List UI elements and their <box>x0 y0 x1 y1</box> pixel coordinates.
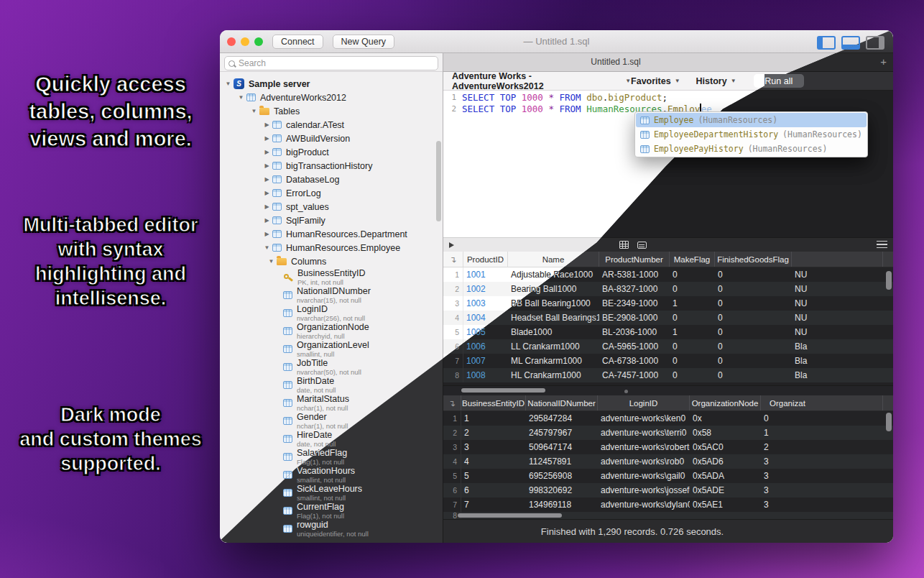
table-cell[interactable]: BE-2349-1000 <box>599 298 670 308</box>
toggle-sidebar-icon[interactable] <box>817 36 836 50</box>
tree-column-item[interactable]: ModifiedDate <box>220 538 443 543</box>
table-cell[interactable]: adventure-works\rob0 <box>598 457 690 467</box>
table-row[interactable]: 77134969118adventure-works\dylan00x5AE13 <box>443 497 893 512</box>
history-dropdown[interactable]: History <box>696 76 727 86</box>
tree-column-item[interactable]: NationalIDNumbernvarchar(15), not null <box>220 286 443 304</box>
column-header[interactable]: OrganizationNode <box>690 395 761 410</box>
table-cell[interactable]: 245797967 <box>526 428 598 438</box>
table-row[interactable]: 66998320692adventure-works\jossef00x5ADE… <box>443 483 893 497</box>
table-cell[interactable]: adventure-works\terri0 <box>598 428 690 438</box>
table-cell[interactable]: 1006 <box>463 341 508 352</box>
table-cell[interactable]: 1 <box>461 413 526 423</box>
tree-item[interactable]: ▼HumanResources.Employee <box>220 241 443 254</box>
table-cell[interactable]: 5 <box>461 471 526 481</box>
zoom-window-button[interactable] <box>254 37 263 46</box>
tree-item[interactable]: ▶AWBuildVersion <box>220 132 443 145</box>
table-cell[interactable]: BA-8327-1000 <box>599 284 670 294</box>
collapse-icon[interactable]: ▼ <box>250 108 258 114</box>
table-cell[interactable]: CA-5965-1000 <box>599 341 670 352</box>
table-row[interactable]: 11295847284adventure-works\ken00x0 <box>443 411 893 426</box>
table-cell[interactable]: 0 <box>715 341 792 352</box>
table-cell[interactable]: NU <box>792 327 883 337</box>
tree-column-item[interactable]: JobTitlenvarchar(50), not null <box>220 358 443 376</box>
tree-item[interactable]: ▶ErrorLog <box>220 186 443 200</box>
tree-column-item[interactable]: OrganizationLevelsmallint, null <box>220 340 443 358</box>
autocomplete-item[interactable]: Employee(HumanResources) <box>636 113 867 127</box>
tree-item[interactable]: ▼Columns <box>220 254 443 268</box>
column-header[interactable]: FinishedGoodsFlag <box>715 252 792 267</box>
table-cell[interactable]: 0x5ADA <box>690 471 761 481</box>
expand-icon[interactable]: ▶ <box>263 203 271 210</box>
table-cell[interactable]: NU <box>792 284 883 294</box>
add-tab-button[interactable]: + <box>880 55 887 68</box>
table-cell[interactable]: adventure-works\jossef0 <box>598 485 690 495</box>
table-cell[interactable]: CA-6738-1000 <box>599 356 670 366</box>
messages-view-icon[interactable] <box>637 242 647 249</box>
tree-item[interactable]: ▶calendar.ATest <box>220 118 443 132</box>
table-cell[interactable]: BL-2036-1000 <box>599 327 670 337</box>
connection-dropdown[interactable]: Adventure Works - AdventureWorks2012 <box>452 71 622 91</box>
table-cell[interactable]: 509647174 <box>526 442 598 452</box>
collapse-icon[interactable]: ▼ <box>224 81 232 87</box>
minimize-window-button[interactable] <box>241 37 249 46</box>
table-cell[interactable]: 0 <box>670 313 715 323</box>
table-cell[interactable]: Bla <box>792 370 883 380</box>
table-cell[interactable]: adventure-works\dylan0 <box>598 500 690 510</box>
tree-item[interactable]: ▼Tables <box>220 104 443 118</box>
table-cell[interactable]: 0 <box>715 298 792 308</box>
tree-column-item[interactable]: OrganizationNodehierarchyid, null <box>220 322 443 340</box>
expand-icon[interactable]: ▶ <box>263 149 271 155</box>
tree-item[interactable]: ▶bigProduct <box>220 145 443 159</box>
expand-icon[interactable]: ▶ <box>263 231 271 237</box>
table-cell[interactable]: 1001 <box>463 270 508 280</box>
table-cell[interactable]: 0 <box>670 356 715 366</box>
expand-icon[interactable]: ▶ <box>263 176 271 183</box>
table-cell[interactable]: 3 <box>761 457 883 467</box>
table-cell[interactable]: Bla <box>792 356 883 366</box>
table-cell[interactable]: 3 <box>761 485 883 495</box>
table-cell[interactable]: 1007 <box>463 356 508 366</box>
column-header[interactable]: LoginID <box>598 395 690 410</box>
table-row[interactable]: 51005Blade1000BL-2036-100010NU <box>443 325 893 339</box>
table-cell[interactable]: 0 <box>761 413 883 423</box>
table-cell[interactable]: 0 <box>670 270 715 280</box>
expand-icon[interactable]: ▶ <box>263 190 271 196</box>
table-cell[interactable]: BE-2908-1000 <box>599 313 670 323</box>
table-cell[interactable]: 2 <box>761 442 883 452</box>
table-row[interactable]: 41004Headset Ball Bearings1000BE-2908-10… <box>443 311 893 325</box>
table-cell[interactable]: 695256908 <box>526 471 598 481</box>
tree-item[interactable]: ▼SSample server <box>220 77 443 91</box>
table-cell[interactable]: 2 <box>461 428 526 438</box>
table-cell[interactable]: adventure-works\ken0 <box>598 413 690 423</box>
tree-item[interactable]: ▶DatabaseLog <box>220 173 443 186</box>
table-cell[interactable]: 0 <box>670 370 715 380</box>
column-header[interactable]: ProductID <box>463 252 508 267</box>
table-cell[interactable]: 0 <box>715 327 792 337</box>
table-cell[interactable]: 0 <box>715 284 792 294</box>
table-cell[interactable]: Blade1000 <box>508 327 599 337</box>
search-input[interactable]: Search <box>224 56 438 70</box>
table-cell[interactable]: 1 <box>670 298 715 308</box>
expand-icon[interactable]: ▶ <box>263 121 271 128</box>
table-row[interactable]: 55695256908adventure-works\gail00x5ADA3 <box>443 469 893 483</box>
table-row[interactable]: 61006LL Crankarm1000CA-5965-100000Bla <box>443 339 893 354</box>
favorites-dropdown[interactable]: Favorites <box>631 76 671 86</box>
table-row[interactable]: 44112457891adventure-works\rob00x5AD63 <box>443 454 893 469</box>
table-row[interactable]: 22245797967adventure-works\terri00x581 <box>443 426 893 440</box>
play-icon[interactable] <box>449 242 454 248</box>
table-cell[interactable]: 0 <box>670 284 715 294</box>
table-cell[interactable]: 0x5AC0 <box>690 442 761 452</box>
table-cell[interactable]: 4 <box>461 457 526 467</box>
grid2-hscrollbar-thumb[interactable] <box>458 513 562 518</box>
table-cell[interactable]: 0 <box>715 356 792 366</box>
table-cell[interactable]: 0x58 <box>690 428 761 438</box>
tree-item[interactable]: ▶SqlFamily <box>220 214 443 227</box>
table-cell[interactable]: 112457891 <box>526 457 598 467</box>
expand-icon[interactable]: ▶ <box>263 135 271 142</box>
column-header[interactable]: BusinessEntityID <box>461 395 526 410</box>
table-cell[interactable]: 1003 <box>463 298 508 308</box>
grid2-vscrollbar-thumb[interactable] <box>886 413 892 431</box>
table-cell[interactable]: 0 <box>715 370 792 380</box>
table-cell[interactable]: CA-7457-1000 <box>599 370 670 380</box>
grid1-hscrollbar-thumb[interactable] <box>461 388 545 393</box>
